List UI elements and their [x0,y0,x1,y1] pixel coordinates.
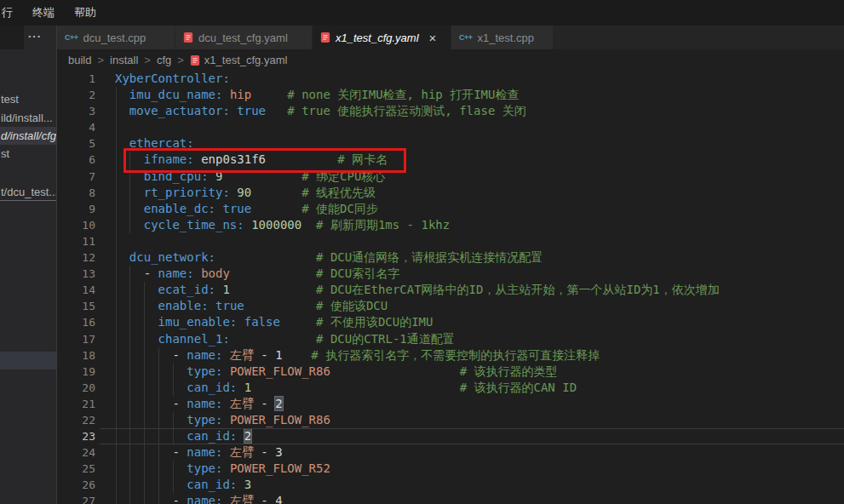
code-token: # DCU索引名字 [316,266,399,280]
line-number: 17 [57,331,95,347]
yaml-file-icon [190,54,200,66]
code-token: 2 [244,429,251,443]
code-token [115,88,129,101]
code-token: - [115,445,187,459]
code-token [115,381,187,394]
chevron-right-icon: > [97,54,104,66]
breadcrumb-segment[interactable]: install [110,54,138,66]
sidebar-highlight-bar [0,352,56,369]
code-line-21[interactable]: 21 - name: 左臂 - 2 [57,396,844,412]
tab-x1_test.cpp[interactable]: C++x1_test.cpp [451,26,554,49]
code-token: can_id: [187,478,237,491]
tab-dcu_test.cpp[interactable]: C++dcu_test.cpp [57,26,175,49]
code-token: # 绑定CPU核心 [301,169,385,183]
code-line-3[interactable]: 3 move_actuator: true # true 使能执行器运动测试, … [57,103,844,119]
code-line-17[interactable]: 17 channel_1: # DCU的CTRL-1通道配置 [57,331,844,347]
line-number: 23 [57,428,95,444]
code-line-11[interactable]: 11 [57,233,844,249]
code-line-9[interactable]: 9 enable_dc: true # 使能DC同步 [57,201,844,217]
code-editor[interactable]: 1XyberController:2 imu_dcu_name: hip # n… [57,71,844,504]
code-token [237,315,244,329]
code-line-7[interactable]: 7 bind_cpu: 9 # 绑定CPU核心 [57,169,844,185]
code-line-14[interactable]: 14 ecat_id: 1 # DCU在EtherCAT网络中的ID，从主站开始… [57,282,844,298]
menu-item-1[interactable]: 终端 [31,5,64,20]
code-line-27[interactable]: 27 - name: 左臂 - 4 [57,493,844,504]
tab-dcu_test_cfg.yaml[interactable]: dcu_test_cfg.yaml [175,26,313,49]
code-line-1[interactable]: 1XyberController: [57,71,844,87]
code-line-2[interactable]: 2 imu_dcu_name: hip # none 关闭IMU检查, hip … [57,87,844,103]
code-line-13[interactable]: 13 - name: body # DCU索引名字 [57,266,844,282]
code-token: # 使能该DCU [316,299,388,312]
line-number: 6 [57,152,95,168]
code-token: enp0s31f6 [201,152,266,166]
code-token: type: [187,461,222,475]
code-token: hip [230,88,251,101]
line-number: 7 [57,169,95,185]
code-token: - [115,494,187,504]
code-line-15[interactable]: 15 enable: true # 使能该DCU [57,298,844,314]
yaml-file-icon [183,32,193,43]
tab-x1_test_cfg.yaml[interactable]: x1_test_cfg.yaml× [313,26,451,49]
breadcrumb-segment[interactable]: build [68,54,91,66]
code-token [194,152,201,166]
breadcrumb-segment[interactable]: cfg [157,54,171,66]
code-token: - [115,397,187,410]
breadcrumb[interactable]: build>install>cfg>x1_test_cfg.yaml [57,49,844,71]
code-token: # 网卡名 [337,152,388,166]
code-line-6[interactable]: 6 ifname: enp0s31f6 # 网卡名 [57,152,844,168]
code-token: body [201,266,230,280]
code-token: # 该执行器的类型 [460,364,558,378]
line-content: type: POWER_FLOW_R86 [95,412,330,428]
line-content: type: POWER_FLOW_R52 [95,461,330,477]
code-token: POWER_FLOW_R52 [230,461,330,475]
code-line-18[interactable]: 18 - name: 左臂 - 1 # 执行器索引名字，不需要控制的执行器可直接… [57,347,844,364]
code-token [222,494,229,504]
code-line-20[interactable]: 20 can_id: 1 # 该执行器的CAN ID [57,380,844,396]
sidebar-item-2[interactable]: d/install/cfg [0,127,56,145]
code-token [237,381,244,394]
code-line-26[interactable]: 26 can_id: 3 [57,477,844,493]
code-token [115,169,144,183]
code-token: # 不使用该DCU的IMU [316,315,433,329]
code-token: enable: [158,299,209,312]
line-content: can_id: 3 [95,477,251,493]
code-token: true [222,202,251,215]
menu-item-0[interactable]: 行 [0,5,22,20]
code-line-12[interactable]: 12 dcu_network: # DCU通信网络，请根据实机连接情况配置 [57,249,844,266]
code-token: # true 使能执行器运动测试, flase 关闭 [287,104,525,117]
line-number: 9 [57,201,95,217]
sidebar-item-1[interactable]: ild/install... [0,109,56,127]
code-token: name: [187,494,222,504]
code-line-8[interactable]: 8 rt_priority: 90 # 线程优先级 [57,185,844,201]
code-token: bind_cpu: [144,169,209,183]
code-token [244,299,316,312]
code-token: name: [158,266,194,280]
code-line-16[interactable]: 16 imu_enable: false # 不使用该DCU的IMU [57,314,844,330]
code-line-10[interactable]: 10 cycle_time_ns: 1000000 # 刷新周期1ms - 1k… [57,217,844,233]
panel-corner [0,26,24,49]
code-token [209,169,215,183]
code-token: # 刷新周期1ms - 1khz [316,218,450,232]
code-line-23[interactable]: 23 can_id: 2 [57,428,844,444]
code-line-25[interactable]: 25 type: POWER_FLOW_R52 [57,461,844,477]
code-line-24[interactable]: 24 - name: 左臂 - 3 [57,444,844,461]
breadcrumb-file[interactable]: x1_test_cfg.yaml [190,54,288,66]
yaml-file-icon [320,32,330,43]
code-line-4[interactable]: 4 [57,119,844,135]
code-line-19[interactable]: 19 type: POWER_FLOW_R86 # 该执行器的类型 [57,364,844,380]
code-token: true [215,299,244,312]
code-line-22[interactable]: 22 type: POWER_FLOW_R86 [57,412,844,428]
code-token [115,364,187,378]
close-icon[interactable]: × [429,31,437,45]
ellipsis-icon[interactable]: ··· [28,30,42,43]
line-number: 19 [57,364,95,380]
sidebar-item-3[interactable]: st [0,145,56,163]
line-number: 2 [57,87,95,103]
code-token [222,348,229,362]
sidebar-item-0[interactable]: test [0,90,56,108]
menu-item-2[interactable]: 帮助 [72,5,106,20]
line-number: 1 [57,71,95,87]
code-line-5[interactable]: 5 ethercat: [57,135,844,152]
sidebar-item-4[interactable]: t/dcu_test... [0,183,56,201]
code-token [115,152,144,166]
